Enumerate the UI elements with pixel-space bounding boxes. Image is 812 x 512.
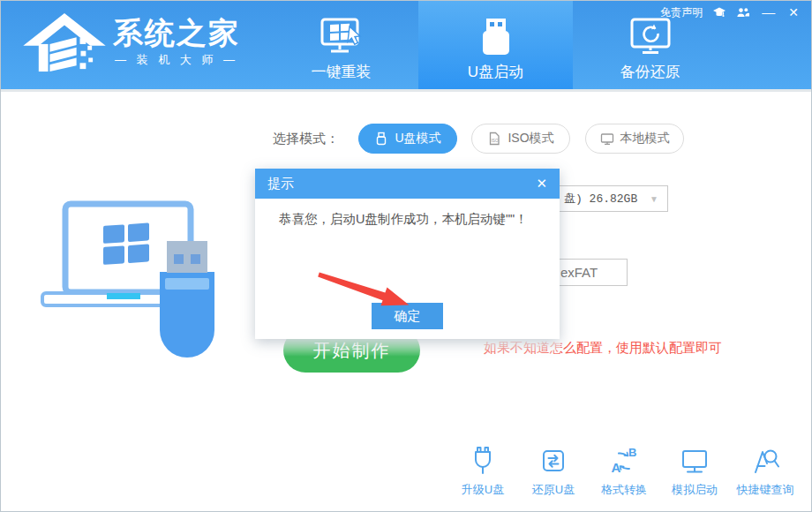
mode-select-label: 选择模式： bbox=[273, 131, 339, 147]
format-value: exFAT bbox=[560, 265, 598, 280]
monitor-windows-cursor-icon bbox=[319, 14, 365, 60]
dialog-title: 提示 bbox=[267, 176, 294, 192]
logo-house-icon bbox=[23, 10, 106, 73]
search-key-icon bbox=[749, 445, 781, 477]
svg-text:A: A bbox=[612, 460, 621, 475]
tab-usb-boot[interactable]: U盘启动 bbox=[418, 1, 573, 89]
tool-restore-usb[interactable]: 还原U盘 bbox=[522, 445, 585, 498]
tool-shortcut-query[interactable]: 快捷键查询 bbox=[733, 445, 797, 498]
dialog-header: 提示 ✕ bbox=[255, 169, 560, 199]
app-window: 系统之家 — 装 机 大 师 — 一键重装 bbox=[0, 0, 812, 512]
tool-label: 升级U盘 bbox=[462, 482, 504, 498]
footer-tools: 升级U盘 还原U盘 A B 格式转换 模拟启动 bbox=[451, 445, 797, 498]
usb-device-value: 盘) 26.82GB bbox=[564, 186, 637, 212]
usb-drive-icon bbox=[473, 14, 519, 60]
dialog-shadow-veil bbox=[255, 337, 560, 357]
minimize-button[interactable]: — bbox=[760, 8, 777, 17]
tab-label: U盘启动 bbox=[468, 62, 523, 82]
monitor-icon bbox=[600, 132, 614, 146]
svg-text:ISO: ISO bbox=[492, 139, 499, 143]
tool-simulate-boot[interactable]: 模拟启动 bbox=[663, 445, 726, 498]
brand-title: 系统之家 bbox=[113, 15, 240, 50]
usb-icon bbox=[374, 132, 388, 146]
tool-label: 格式转换 bbox=[601, 482, 647, 498]
laptop-usb-illustration bbox=[27, 191, 230, 372]
header: 系统之家 — 装 机 大 师 — 一键重装 bbox=[1, 1, 811, 89]
dialog-message: 恭喜您，启动U盘制作成功，本机启动键""！ bbox=[279, 211, 528, 228]
mode-iso-label: ISO模式 bbox=[508, 131, 553, 147]
mode-usb-button[interactable]: U盘模式 bbox=[358, 124, 457, 154]
ok-button[interactable]: 确定 bbox=[372, 303, 443, 329]
tip-dialog: 提示 ✕ 恭喜您，启动U盘制作成功，本机启动键""！ 确定 bbox=[255, 169, 560, 339]
tab-label: 一键重装 bbox=[312, 62, 372, 82]
tool-label: 快捷键查询 bbox=[737, 482, 794, 498]
tab-label: 备份还原 bbox=[620, 62, 680, 82]
tool-format-convert[interactable]: A B 格式转换 bbox=[592, 445, 656, 498]
tool-label: 还原U盘 bbox=[532, 482, 575, 498]
tab-one-key-reinstall[interactable]: 一键重装 bbox=[264, 1, 418, 89]
mode-local-button[interactable]: 本地模式 bbox=[585, 124, 684, 154]
monitor-restore-icon bbox=[628, 14, 673, 60]
brand-subtitle: — 装 机 大 师 — bbox=[113, 52, 240, 68]
disclaimer-link[interactable]: 免责声明 bbox=[660, 5, 703, 20]
mode-iso-button[interactable]: ISO ISO模式 bbox=[471, 124, 570, 154]
titlebar-controls: 免责声明 — ✕ bbox=[660, 5, 801, 19]
tool-label: 模拟启动 bbox=[672, 482, 718, 498]
mode-local-label: 本地模式 bbox=[620, 131, 670, 147]
dialog-close-icon[interactable]: ✕ bbox=[536, 176, 547, 192]
usb-plug-icon bbox=[467, 445, 499, 477]
restore-arrows-icon bbox=[538, 445, 569, 477]
main-tabs: 一键重装 U盘启动 bbox=[264, 1, 727, 89]
header-separator bbox=[1, 89, 811, 92]
mode-usb-label: U盘模式 bbox=[395, 131, 440, 147]
svg-text:B: B bbox=[628, 446, 636, 459]
close-button[interactable]: ✕ bbox=[786, 5, 801, 19]
monitor-icon bbox=[679, 445, 710, 477]
service-cap-icon[interactable] bbox=[712, 6, 726, 19]
a-b-convert-icon: A B bbox=[608, 445, 640, 477]
tool-upgrade-usb[interactable]: 升级U盘 bbox=[451, 445, 515, 498]
users-icon[interactable] bbox=[736, 6, 750, 19]
dropdown-caret-icon: ▼ bbox=[650, 186, 658, 212]
iso-file-icon: ISO bbox=[487, 132, 501, 146]
brand-logo: 系统之家 — 装 机 大 师 — bbox=[23, 10, 240, 73]
